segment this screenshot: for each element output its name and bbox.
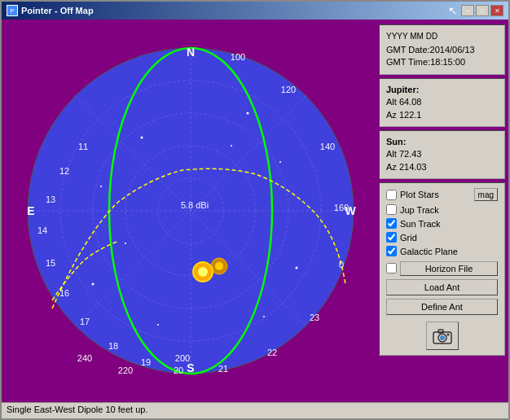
svg-text:S: S (187, 361, 194, 374)
svg-text:100: 100 (230, 52, 244, 62)
plot-stars-checkbox[interactable] (386, 190, 397, 200)
main-content: 100 120 140 160 0 23 22 21 20 19 18 17 1… (2, 20, 508, 402)
jupiter-az: Az 122.1 (386, 109, 498, 121)
svg-text:120: 120 (280, 85, 295, 94)
svg-point-55 (446, 333, 449, 335)
jupiter-label: Jupiter: (386, 84, 498, 96)
svg-point-47 (263, 316, 265, 317)
jupiter-alt: Alt 64.08 (386, 96, 498, 108)
galactic-plane-label: Galactic Plane (400, 247, 458, 256)
sky-map: 100 120 140 160 0 23 22 21 20 19 18 17 1… (20, 40, 362, 382)
jup-track-label: Jup Track (400, 205, 439, 215)
svg-point-45 (295, 267, 297, 269)
svg-point-49 (231, 145, 232, 147)
gmt-date-value: 2014/06/13 (430, 45, 475, 55)
svg-text:220: 220 (117, 365, 132, 375)
svg-text:22: 22 (266, 348, 276, 357)
mag-button[interactable]: mag (474, 188, 498, 201)
svg-text:15: 15 (45, 258, 55, 268)
app-icon: P (7, 5, 18, 16)
svg-text:14: 14 (37, 225, 46, 235)
window-title: Pointer - Off Map (21, 6, 94, 15)
svg-text:17: 17 (79, 317, 89, 326)
plot-stars-label: Plot Stars (400, 190, 439, 199)
svg-point-46 (157, 324, 159, 326)
svg-text:E: E (27, 204, 34, 217)
svg-text:19: 19 (140, 357, 150, 367)
svg-point-41 (140, 137, 143, 139)
plot-stars-row: Plot Stars mag (386, 188, 498, 201)
camera-icon (433, 328, 452, 344)
gmt-date-label: GMT Date: (386, 45, 430, 55)
svg-text:18: 18 (108, 341, 117, 351)
svg-text:21: 21 (218, 364, 227, 374)
gmt-time-value: 18:15:00 (430, 57, 465, 67)
minimize-button[interactable]: ─ (461, 5, 474, 16)
cursor-indicator: ↖ (446, 5, 459, 16)
controls-section: Plot Stars mag Jup Track Sun Track Grid (379, 182, 505, 356)
svg-point-44 (100, 186, 102, 187)
svg-point-48 (91, 283, 94, 286)
svg-point-43 (279, 161, 281, 163)
jup-track-row: Jup Track (386, 204, 498, 215)
horizon-file-row: Horizon File (386, 260, 498, 276)
galactic-plane-row: Galactic Plane (386, 246, 498, 256)
svg-point-53 (440, 335, 445, 340)
svg-point-38 (215, 262, 223, 270)
main-window: P Pointer - Off Map ↖ ─ □ ✕ (0, 0, 510, 420)
define-ant-button[interactable]: Define Ant (386, 299, 498, 315)
status-bar: Single East-West Dipole 10 feet up. (2, 402, 508, 418)
map-area: 100 120 140 160 0 23 22 21 20 19 18 17 1… (5, 23, 376, 399)
sun-alt: Alt 72.43 (386, 148, 498, 160)
title-bar-left: P Pointer - Off Map (7, 5, 94, 16)
svg-text:140: 140 (319, 142, 334, 151)
svg-text:0: 0 (338, 260, 343, 269)
svg-text:13: 13 (45, 195, 55, 204)
gmt-date-line: GMT Date:2014/06/13 (386, 44, 498, 56)
jupiter-info: Jupiter: Alt 64.08 Az 122.1 (379, 78, 505, 127)
svg-text:20: 20 (173, 365, 182, 375)
maximize-button[interactable]: □ (476, 5, 489, 16)
title-controls: ↖ ─ □ ✕ (446, 5, 503, 16)
galactic-plane-checkbox[interactable] (386, 246, 397, 256)
svg-text:11: 11 (77, 142, 87, 151)
grid-row: Grid (386, 232, 498, 243)
status-text: Single East-West Dipole 10 feet up. (7, 405, 147, 414)
sun-track-row: Sun Track (386, 218, 498, 229)
datetime-info: YYYY MM DD GMT Date:2014/06/13 GMT Time:… (379, 24, 505, 75)
jup-track-checkbox[interactable] (386, 204, 397, 215)
svg-text:23: 23 (309, 313, 319, 322)
grid-checkbox[interactable] (386, 232, 397, 243)
camera-button[interactable] (426, 322, 459, 350)
grid-label: Grid (400, 233, 417, 243)
date-format-label: YYYY MM DD (386, 30, 498, 42)
svg-text:N: N (186, 46, 194, 59)
title-bar: P Pointer - Off Map ↖ ─ □ ✕ (2, 2, 508, 20)
svg-point-40 (198, 267, 208, 277)
right-panel: YYYY MM DD GMT Date:2014/06/13 GMT Time:… (379, 23, 505, 399)
close-button[interactable]: ✕ (490, 5, 503, 16)
svg-point-50 (125, 243, 126, 244)
sun-az: Az 214.03 (386, 161, 498, 173)
gmt-time-label: GMT Time: (386, 57, 430, 67)
svg-text:16: 16 (59, 288, 68, 298)
gmt-time-line: GMT Time:18:15:00 (386, 56, 498, 68)
sun-label: Sun: (386, 136, 498, 148)
sun-track-label: Sun Track (400, 219, 441, 229)
load-ant-button[interactable]: Load Ant (386, 279, 498, 295)
svg-rect-54 (438, 330, 443, 333)
sun-track-checkbox[interactable] (386, 218, 397, 229)
svg-text:12: 12 (59, 166, 68, 176)
sun-info: Sun: Alt 72.43 Az 214.03 (379, 130, 505, 179)
horizon-file-checkbox[interactable] (386, 263, 397, 273)
svg-text:240: 240 (77, 353, 91, 363)
svg-point-42 (246, 112, 248, 115)
svg-text:W: W (345, 204, 356, 217)
svg-text:5.8 dBi: 5.8 dBi (180, 200, 208, 210)
horizon-file-button[interactable]: Horizon File (400, 261, 498, 276)
